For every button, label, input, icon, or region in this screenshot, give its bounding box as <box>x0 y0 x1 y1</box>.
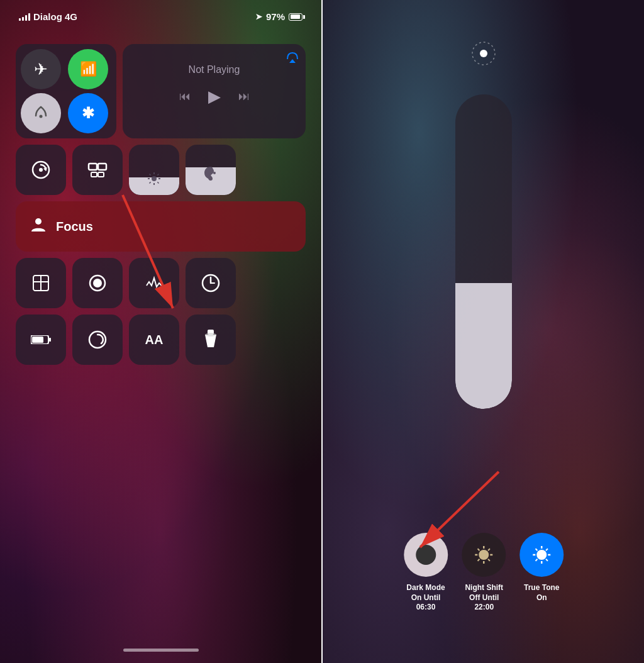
hearing-button[interactable] <box>186 145 236 195</box>
svg-line-52 <box>536 549 538 551</box>
brightness-slider-fill <box>455 283 512 409</box>
svg-rect-6 <box>98 164 106 170</box>
night-shift-circle <box>462 533 506 577</box>
calculator-button[interactable] <box>16 258 66 308</box>
play-button[interactable]: ▶ <box>208 87 221 106</box>
svg-line-14 <box>150 174 151 176</box>
svg-point-0 <box>40 114 43 118</box>
svg-rect-5 <box>89 164 97 170</box>
focus-button[interactable]: Focus <box>16 201 306 252</box>
svg-point-4 <box>39 168 43 172</box>
top-row: ✈ 📶 ✱ <box>16 44 306 138</box>
clock-button[interactable] <box>186 258 236 308</box>
wifi-button[interactable]: 📶 <box>68 49 108 89</box>
wifi-icon: 📶 <box>80 61 97 77</box>
svg-point-19 <box>35 218 42 225</box>
svg-marker-1 <box>289 59 296 63</box>
focus-label: Focus <box>56 220 93 234</box>
airplane-icon: ✈ <box>34 60 48 79</box>
svg-point-33 <box>205 333 216 337</box>
home-indicator <box>123 649 199 652</box>
svg-rect-29 <box>49 338 51 342</box>
bottom-row-2: AA <box>16 315 306 365</box>
airplay-icon[interactable] <box>286 50 299 67</box>
svg-line-53 <box>546 559 548 561</box>
svg-line-54 <box>536 559 538 561</box>
signal-carrier: Dialog 4G <box>19 11 77 22</box>
sound-recognition-button[interactable] <box>129 258 179 308</box>
svg-line-45 <box>478 559 480 561</box>
brightness-slider-button[interactable] <box>129 145 179 195</box>
status-bar: Dialog 4G ➤ 97% <box>19 11 303 22</box>
true-tone-button[interactable]: True Tone On <box>519 533 564 603</box>
brightness-indicator-area <box>468 38 499 69</box>
night-shift-label: Night Shift Off Until 22:00 <box>461 583 507 613</box>
brightness-slider-vertical[interactable] <box>455 94 512 409</box>
svg-point-47 <box>536 550 547 560</box>
rotation-lock-button[interactable] <box>16 145 66 195</box>
media-controls: ⏮ ▶ ⏭ <box>131 87 297 106</box>
true-tone-circle <box>519 533 564 577</box>
screen-mirror-button[interactable] <box>72 145 123 195</box>
location-icon: ➤ <box>255 12 262 21</box>
focus-row: Focus <box>16 201 306 252</box>
svg-line-43 <box>478 549 480 551</box>
svg-line-46 <box>489 549 491 551</box>
control-center: ✈ 📶 ✱ <box>16 44 306 371</box>
svg-line-16 <box>150 182 151 183</box>
flashlight-button[interactable] <box>186 315 236 365</box>
svg-point-37 <box>416 545 436 565</box>
svg-point-35 <box>480 50 487 57</box>
right-bottom-controls: Dark Mode On Until 06:30 <box>403 533 564 613</box>
status-right: ➤ 97% <box>255 11 303 22</box>
signal-bars-icon <box>19 13 30 21</box>
battery-fill <box>291 14 300 19</box>
connectivity-block: ✈ 📶 ✱ <box>16 44 116 138</box>
svg-line-44 <box>489 559 491 561</box>
next-button[interactable]: ⏭ <box>238 90 250 103</box>
svg-point-24 <box>93 279 102 287</box>
text-size-button[interactable]: AA <box>129 315 179 365</box>
svg-point-9 <box>152 176 157 181</box>
middle-row <box>16 145 306 195</box>
svg-line-17 <box>157 174 158 176</box>
right-panel: Dark Mode On Until 06:30 <box>323 0 644 663</box>
svg-point-18 <box>213 172 216 174</box>
screen-record-button[interactable] <box>72 258 123 308</box>
bluetooth-button[interactable]: ✱ <box>68 93 108 133</box>
left-panel: Dialog 4G ➤ 97% ✈ 📶 <box>0 0 321 663</box>
focus-icon <box>28 214 48 239</box>
dark-mode-label: Dark Mode On Until 06:30 <box>403 583 448 613</box>
media-player-block: Not Playing ⏮ ▶ ⏭ <box>123 44 306 138</box>
bottom-row-1 <box>16 258 306 308</box>
battery-percent: 97% <box>266 11 285 22</box>
not-playing-label: Not Playing <box>131 64 297 75</box>
brightness-sun-icon <box>147 172 161 189</box>
svg-rect-8 <box>98 172 104 177</box>
prev-button[interactable]: ⏮ <box>179 90 191 103</box>
wifi-light-icon <box>31 102 51 125</box>
svg-line-55 <box>546 549 548 551</box>
airplane-mode-button[interactable]: ✈ <box>21 49 61 89</box>
dark-mode-button[interactable]: Dark Mode On Until 06:30 <box>403 533 448 613</box>
hearing-icon <box>202 164 219 186</box>
bluetooth-icon: ✱ <box>82 104 94 122</box>
night-shift-button[interactable]: Night Shift Off Until 22:00 <box>461 533 507 613</box>
svg-point-38 <box>479 550 489 560</box>
svg-rect-7 <box>91 172 97 177</box>
battery-icon <box>289 13 303 21</box>
svg-rect-30 <box>32 337 43 343</box>
dark-mode-circle <box>404 533 448 577</box>
text-size-label: AA <box>145 333 164 347</box>
carrier-label: Dialog 4G <box>33 11 77 22</box>
battery-status-button[interactable] <box>16 315 66 365</box>
true-tone-label: True Tone On <box>524 583 559 603</box>
cellular-button[interactable] <box>21 93 61 133</box>
screen-time-button[interactable] <box>72 315 123 365</box>
svg-line-15 <box>157 182 158 183</box>
